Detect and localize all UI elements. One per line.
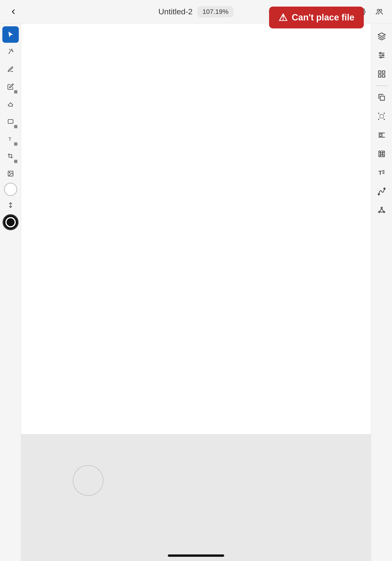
filter-button[interactable] xyxy=(373,47,390,64)
curve-icon xyxy=(377,187,386,196)
header-center: Untitled-2 107.19% xyxy=(158,6,234,17)
record-inner xyxy=(5,217,16,227)
canvas-area[interactable] xyxy=(21,23,371,561)
align-icon xyxy=(377,131,386,139)
svg-point-5 xyxy=(380,9,382,11)
pencil-icon xyxy=(7,83,14,90)
svg-rect-34 xyxy=(379,155,381,157)
text-icon: T xyxy=(7,136,14,142)
document-page-bottom xyxy=(21,435,371,561)
svg-point-4 xyxy=(377,9,379,11)
error-message: Can't place file xyxy=(292,12,354,22)
svg-text:T: T xyxy=(378,170,382,176)
crop-tool[interactable] xyxy=(2,148,19,164)
svg-point-9 xyxy=(11,49,12,49)
document-title: Untitled-2 xyxy=(158,7,193,16)
image-icon xyxy=(7,170,14,177)
crop-icon xyxy=(7,153,14,160)
grid-icon xyxy=(377,70,386,78)
warning-icon: ⚠ xyxy=(279,12,287,23)
svg-point-41 xyxy=(384,188,385,189)
crop-indicator xyxy=(14,160,17,163)
curve-button[interactable] xyxy=(373,183,390,200)
text-format-button[interactable]: T xyxy=(373,164,390,181)
svg-rect-25 xyxy=(382,75,385,77)
layers-button[interactable] xyxy=(373,28,390,45)
eraser-icon xyxy=(7,101,14,107)
svg-line-46 xyxy=(382,209,383,211)
error-toast[interactable]: ⚠ Can't place file xyxy=(269,7,364,28)
svg-point-31 xyxy=(381,153,383,155)
svg-rect-32 xyxy=(379,151,381,153)
eraser-tool[interactable] xyxy=(2,96,19,112)
svg-rect-35 xyxy=(383,155,384,157)
svg-rect-27 xyxy=(380,115,383,118)
rectangle-icon xyxy=(7,118,14,125)
pen-tool[interactable] xyxy=(2,61,19,77)
svg-text:T: T xyxy=(8,136,11,142)
svg-marker-15 xyxy=(378,33,385,36)
svg-point-8 xyxy=(12,51,13,52)
duplicate-button[interactable] xyxy=(373,89,390,106)
back-icon xyxy=(9,8,18,16)
filter-icon xyxy=(377,51,386,59)
svg-rect-29 xyxy=(379,134,382,136)
record-button[interactable] xyxy=(3,214,19,230)
svg-point-40 xyxy=(378,194,380,195)
pencil-indicator xyxy=(14,90,17,94)
duplicate-icon xyxy=(377,93,386,102)
svg-rect-33 xyxy=(383,151,384,153)
svg-point-43 xyxy=(378,211,380,213)
circle-shape[interactable] xyxy=(73,465,103,496)
svg-rect-24 xyxy=(378,75,381,77)
color-picker-tool[interactable] xyxy=(4,183,17,196)
pen-icon xyxy=(7,66,14,73)
left-toolbar: T xyxy=(0,23,21,561)
image-tool[interactable] xyxy=(2,165,19,182)
svg-line-45 xyxy=(380,209,381,211)
nodes-icon xyxy=(377,206,386,215)
svg-rect-26 xyxy=(380,96,384,100)
svg-point-21 xyxy=(380,57,382,58)
svg-point-19 xyxy=(380,52,381,54)
text-tool[interactable]: T xyxy=(2,131,19,147)
document-page xyxy=(21,23,371,435)
select-tool[interactable] xyxy=(2,26,19,43)
right-toolbar-divider xyxy=(376,86,388,86)
transform-button[interactable] xyxy=(373,108,390,125)
svg-rect-23 xyxy=(382,71,385,74)
ar-icon xyxy=(377,150,386,158)
arrange-tool[interactable] xyxy=(2,197,19,213)
arrange-icon xyxy=(7,202,14,208)
svg-rect-10 xyxy=(8,119,13,123)
svg-point-7 xyxy=(9,49,10,50)
ar-button[interactable] xyxy=(373,146,390,162)
svg-point-13 xyxy=(9,172,10,173)
zoom-level[interactable]: 107.19% xyxy=(197,6,234,17)
svg-point-44 xyxy=(383,211,385,213)
magic-wand-icon xyxy=(7,49,14,55)
header-left xyxy=(7,5,20,18)
select-icon xyxy=(7,31,14,38)
shape-indicator xyxy=(14,125,17,128)
home-indicator xyxy=(168,554,224,557)
shape-tool[interactable] xyxy=(2,113,19,130)
svg-point-20 xyxy=(382,54,384,56)
text-indicator xyxy=(14,142,17,146)
pencil-tool[interactable] xyxy=(2,78,19,95)
nodes-button[interactable] xyxy=(373,202,390,218)
collaborate-button[interactable] xyxy=(374,6,385,17)
transform-icon xyxy=(377,112,386,120)
magic-select-tool[interactable] xyxy=(2,44,19,60)
collaborate-icon xyxy=(375,8,383,16)
text-format-icon: T xyxy=(377,168,386,177)
layers-icon xyxy=(377,32,386,41)
back-button[interactable] xyxy=(7,5,20,18)
right-toolbar: T xyxy=(371,23,392,561)
align-button[interactable] xyxy=(373,127,390,143)
svg-rect-22 xyxy=(378,71,381,74)
svg-point-42 xyxy=(381,207,382,209)
grid-button[interactable] xyxy=(373,66,390,82)
